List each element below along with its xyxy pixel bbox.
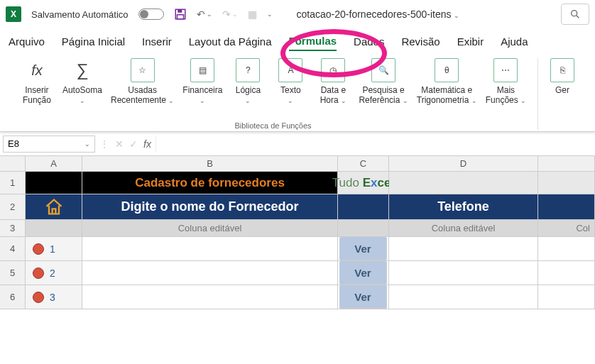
cell-E5[interactable]	[538, 261, 595, 285]
cell-D5[interactable]	[389, 261, 538, 285]
row-header-3[interactable]: 3	[0, 220, 26, 237]
more-icon: ⋯	[493, 58, 518, 82]
cell-B2-header[interactable]: Digite o nome do Fornecedor	[82, 194, 338, 220]
menu-pagina-inicial[interactable]: Página Inicial	[62, 33, 125, 50]
star-icon: ☆	[131, 58, 155, 82]
menu-arquivo[interactable]: Arquivo	[9, 33, 45, 50]
col-header-A[interactable]: A	[26, 156, 82, 172]
bullet-icon	[33, 292, 44, 303]
logical-button[interactable]: ? Lógica⌄	[231, 58, 265, 106]
recently-used-button[interactable]: ☆ UsadasRecentemente ⌄	[111, 58, 174, 106]
svg-rect-2	[177, 15, 183, 19]
row-header-4[interactable]: 4	[0, 237, 26, 261]
cell-B3-hint[interactable]: Coluna editável	[82, 220, 338, 237]
math-trig-button[interactable]: θ Matemática eTrigonometria ⌄	[417, 58, 477, 106]
bullet-icon	[33, 268, 44, 279]
tag-icon: ⎘	[550, 58, 574, 82]
cell-D6[interactable]	[389, 285, 538, 309]
menu-exibir[interactable]: Exibir	[457, 33, 484, 50]
cell-E6[interactable]	[538, 285, 595, 309]
financial-button[interactable]: ▤ Financeira⌄	[182, 58, 222, 106]
menu-inserir[interactable]: Inserir	[142, 33, 172, 50]
menu-formulas[interactable]: Fórmulas	[289, 32, 337, 51]
cell-A1[interactable]	[26, 172, 82, 194]
undo-button[interactable]: ↶ ⌄	[197, 9, 212, 20]
financial-icon: ▤	[190, 58, 214, 82]
name-manager-button[interactable]: ⎘ Ger	[545, 58, 579, 95]
autosave-label: Salvamento Automático	[31, 9, 129, 20]
touch-mode-button[interactable]: ▦	[248, 9, 257, 20]
row-header-6[interactable]: 6	[0, 285, 26, 309]
menu-ajuda[interactable]: Ajuda	[501, 33, 528, 50]
cell-E1[interactable]	[538, 172, 595, 194]
cell-A4[interactable]: 1	[26, 237, 82, 261]
cell-E2[interactable]	[538, 194, 595, 220]
theta-icon: θ	[435, 58, 459, 82]
autosum-button[interactable]: ∑ AutoSoma⌄	[62, 58, 102, 106]
ribbon-group-label: Biblioteca de Funções	[234, 121, 311, 130]
name-box[interactable]: E8⌄	[3, 136, 95, 153]
select-all-corner[interactable]	[0, 156, 26, 172]
ver-button[interactable]: Ver	[339, 285, 387, 309]
row-header-5[interactable]: 5	[0, 261, 26, 285]
date-time-button[interactable]: ◷ Data eHora ⌄	[316, 58, 350, 106]
cell-B6[interactable]	[82, 285, 338, 309]
qat-more-button[interactable]: ⌄	[267, 11, 273, 18]
menu-revisao[interactable]: Revisão	[401, 33, 440, 50]
cell-B5[interactable]	[82, 261, 338, 285]
cell-C3[interactable]	[338, 220, 389, 237]
cell-C2[interactable]	[338, 194, 389, 220]
cancel-formula-icon[interactable]: ✕	[115, 138, 124, 150]
cell-D4[interactable]	[389, 237, 538, 261]
cell-D2-header[interactable]: Telefone	[389, 194, 538, 220]
autosave-toggle[interactable]	[138, 9, 164, 20]
cell-B1-title[interactable]: Cadastro de fornecedores	[82, 172, 338, 194]
cell-C1-brand[interactable]: Tudo Excel	[338, 172, 389, 194]
cell-B4[interactable]	[82, 237, 338, 261]
cell-A2-home[interactable]	[26, 194, 82, 220]
accept-formula-icon[interactable]: ✓	[129, 138, 138, 150]
row-header-2[interactable]: 2	[0, 194, 26, 220]
col-header-C[interactable]: C	[338, 156, 389, 172]
insert-function-button[interactable]: fx InserirFunção	[20, 58, 54, 106]
fx-icon: fx	[25, 58, 49, 82]
clock-icon: ◷	[321, 58, 345, 82]
cell-A3[interactable]	[26, 220, 82, 237]
more-functions-button[interactable]: ⋯ MaisFunções ⌄	[486, 58, 526, 106]
svg-rect-1	[178, 9, 182, 13]
cell-A5[interactable]: 2	[26, 261, 82, 285]
chevron-down-icon: ⌄	[84, 140, 90, 148]
menu-dados[interactable]: Dados	[354, 33, 384, 50]
cell-A6[interactable]: 3	[26, 285, 82, 309]
ver-button[interactable]: Ver	[339, 237, 387, 260]
col-header-D[interactable]: D	[389, 156, 538, 172]
lookup-button[interactable]: 🔍 Pesquisa eReferência ⌄	[359, 58, 408, 106]
svg-line-4	[577, 16, 579, 18]
cell-D3-hint[interactable]: Coluna editável	[389, 220, 538, 237]
svg-point-3	[572, 11, 577, 16]
home-icon	[44, 197, 64, 217]
cell-C4[interactable]: Ver	[338, 237, 389, 261]
row-header-1[interactable]: 1	[0, 172, 26, 194]
save-button[interactable]	[174, 8, 187, 21]
text-button[interactable]: A Texto⌄	[273, 58, 307, 106]
lookup-icon: 🔍	[371, 58, 395, 82]
redo-button[interactable]: ↷ ⌄	[222, 9, 238, 20]
text-a-icon: A	[278, 58, 302, 82]
cell-D1[interactable]	[389, 172, 538, 194]
ver-button[interactable]: Ver	[339, 261, 387, 285]
col-header-B[interactable]: B	[82, 156, 338, 172]
cell-E3-hint[interactable]: Col	[538, 220, 595, 237]
file-name[interactable]: cotacao-20-fornecedores-500-itens ⌄	[297, 9, 460, 20]
formula-bar[interactable]	[155, 136, 592, 153]
fx-icon[interactable]: fx	[143, 138, 151, 150]
sigma-icon: ∑	[70, 58, 94, 82]
search-box[interactable]	[561, 4, 589, 25]
col-header-E[interactable]	[538, 156, 595, 172]
cell-E4[interactable]	[538, 237, 595, 261]
cell-C6[interactable]: Ver	[338, 285, 389, 309]
menu-layout[interactable]: Layout da Página	[189, 33, 272, 50]
question-icon: ?	[236, 58, 260, 82]
cell-C5[interactable]: Ver	[338, 261, 389, 285]
excel-app-icon: X	[6, 6, 21, 22]
